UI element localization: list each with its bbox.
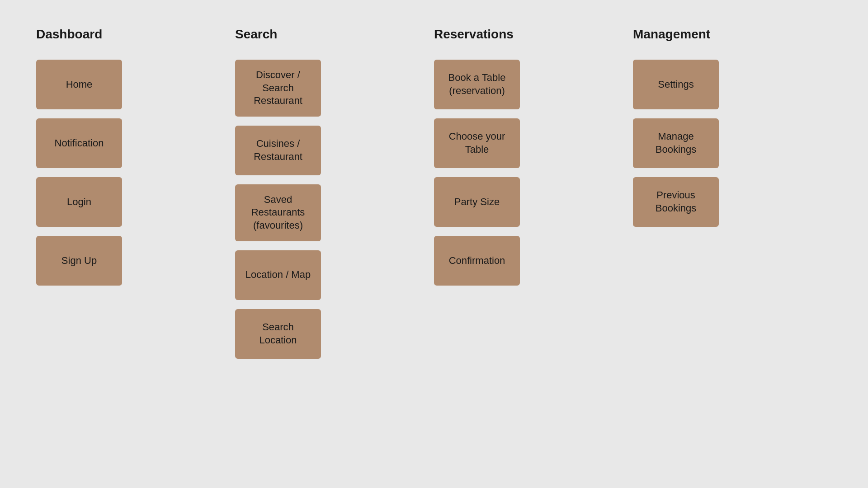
card-signup[interactable]: Sign Up [36, 236, 122, 286]
card-label-location-map: Location / Map [245, 268, 311, 282]
card-home[interactable]: Home [36, 60, 122, 109]
column-dashboard: DashboardHomeNotificationLoginSign Up [36, 27, 235, 461]
column-search: SearchDiscover / Search RestaurantCuisin… [235, 27, 434, 461]
card-label-login: Login [67, 196, 91, 209]
card-discover-search[interactable]: Discover / Search Restaurant [235, 60, 321, 117]
card-label-search-location: Search Location [242, 321, 314, 347]
card-book-a-table[interactable]: Book a Table (reservation) [434, 60, 520, 109]
card-label-home: Home [66, 78, 93, 91]
card-saved-restaurants[interactable]: Saved Restaurants (favourites) [235, 184, 321, 241]
column-title-search: Search [235, 27, 277, 42]
column-title-management: Management [633, 27, 710, 42]
card-label-previous-bookings: Previous Bookings [640, 189, 712, 215]
card-label-party-size: Party Size [454, 196, 500, 209]
card-confirmation[interactable]: Confirmation [434, 236, 520, 286]
card-label-discover-search: Discover / Search Restaurant [242, 69, 314, 108]
card-location-map[interactable]: Location / Map [235, 250, 321, 300]
card-notification[interactable]: Notification [36, 118, 122, 168]
card-label-confirmation: Confirmation [449, 254, 505, 267]
column-title-dashboard: Dashboard [36, 27, 102, 42]
items-list-management: SettingsManage BookingsPrevious Bookings [633, 60, 732, 227]
column-reservations: ReservationsBook a Table (reservation)Ch… [434, 27, 633, 461]
items-list-search: Discover / Search RestaurantCuisines / R… [235, 60, 335, 359]
items-list-dashboard: HomeNotificationLoginSign Up [36, 60, 136, 286]
column-title-reservations: Reservations [434, 27, 514, 42]
card-label-manage-bookings: Manage Bookings [640, 130, 712, 156]
main-container: DashboardHomeNotificationLoginSign UpSea… [0, 0, 868, 488]
card-label-cuisines-restaurant: Cuisines / Restaurant [242, 137, 314, 163]
card-label-settings: Settings [658, 78, 694, 91]
card-label-book-a-table: Book a Table (reservation) [441, 71, 513, 97]
column-management: ManagementSettingsManage BookingsPreviou… [633, 27, 832, 461]
card-manage-bookings[interactable]: Manage Bookings [633, 118, 719, 168]
card-search-location[interactable]: Search Location [235, 309, 321, 359]
card-cuisines-restaurant[interactable]: Cuisines / Restaurant [235, 126, 321, 175]
card-choose-your-table[interactable]: Choose your Table [434, 118, 520, 168]
card-previous-bookings[interactable]: Previous Bookings [633, 177, 719, 227]
card-label-signup: Sign Up [61, 254, 97, 267]
items-list-reservations: Book a Table (reservation)Choose your Ta… [434, 60, 533, 286]
card-party-size[interactable]: Party Size [434, 177, 520, 227]
card-label-saved-restaurants: Saved Restaurants (favourites) [242, 193, 314, 232]
card-label-choose-your-table: Choose your Table [441, 130, 513, 156]
card-settings[interactable]: Settings [633, 60, 719, 109]
card-label-notification: Notification [55, 137, 104, 150]
card-login[interactable]: Login [36, 177, 122, 227]
